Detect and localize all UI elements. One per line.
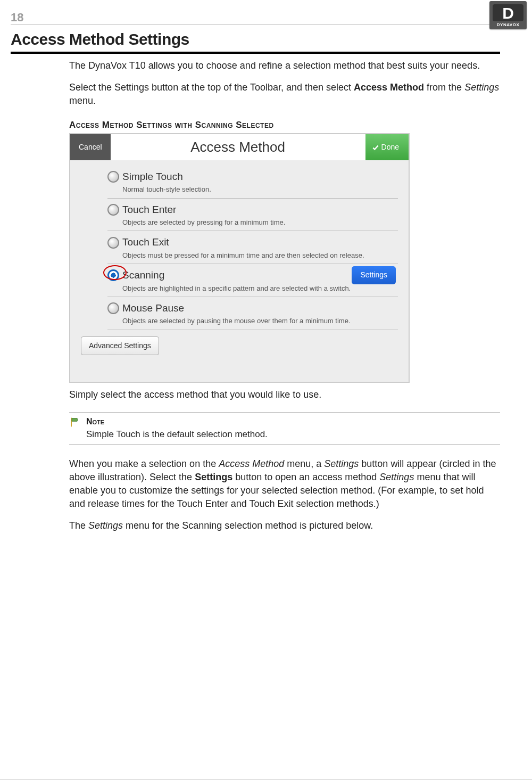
note-box: Note Simple Touch is the default selecti… bbox=[69, 412, 500, 444]
radio-icon bbox=[107, 204, 119, 216]
option-touch-exit[interactable]: Touch Exit Objects must be pressed for a… bbox=[107, 231, 398, 264]
option-desc: Normal touch-style selection. bbox=[122, 185, 398, 194]
check-icon bbox=[372, 144, 379, 151]
access-method-screenshot: Cancel Access Method Done Simple Touch N… bbox=[69, 133, 410, 383]
after-figure-p2: When you make a selection on the Access … bbox=[69, 457, 500, 511]
radio-icon bbox=[107, 171, 119, 183]
intro-paragraph-1: The DynaVox T10 allows you to choose and… bbox=[69, 59, 500, 72]
option-title: Mouse Pause bbox=[122, 301, 184, 316]
note-content: Note Simple Touch is the default selecti… bbox=[86, 416, 268, 440]
done-button[interactable]: Done bbox=[365, 134, 409, 160]
option-scanning[interactable]: Scanning Settings Objects are highlighte… bbox=[107, 264, 398, 297]
radio-icon bbox=[107, 237, 119, 249]
page: 18 D DYNAVOX Access Method Settings The … bbox=[0, 0, 532, 780]
settings-button[interactable]: Settings bbox=[352, 266, 396, 284]
intro-paragraph-2: Select the Settings button at the top of… bbox=[69, 81, 500, 108]
body: The DynaVox T10 allows you to choose and… bbox=[69, 59, 500, 533]
after-figure-p1: Simply select the access method that you… bbox=[69, 388, 500, 401]
option-desc: Objects are selected by pausing the mous… bbox=[122, 316, 398, 326]
cancel-button[interactable]: Cancel bbox=[70, 134, 111, 160]
section-title: Access Method Settings bbox=[11, 30, 500, 54]
note-title: Note bbox=[86, 416, 268, 428]
option-mouse-pause[interactable]: Mouse Pause Objects are selected by paus… bbox=[107, 297, 398, 330]
brand-name: DYNAVOX bbox=[493, 22, 523, 27]
note-text: Simple Touch is the default selection me… bbox=[86, 428, 268, 441]
option-title: Simple Touch bbox=[122, 170, 183, 184]
brand-logo: D DYNAVOX bbox=[489, 1, 527, 29]
flag-icon bbox=[69, 417, 80, 428]
screenshot-body: Simple Touch Normal touch-style selectio… bbox=[70, 160, 409, 382]
option-touch-enter[interactable]: Touch Enter Objects are selected by pres… bbox=[107, 199, 398, 232]
screenshot-header: Cancel Access Method Done bbox=[70, 134, 409, 160]
screenshot-title: Access Method bbox=[111, 134, 365, 160]
option-desc: Objects are selected by pressing for a m… bbox=[122, 218, 398, 227]
option-title: Touch Exit bbox=[122, 235, 169, 250]
option-title: Scanning bbox=[122, 268, 164, 283]
radio-selected-icon bbox=[107, 269, 119, 281]
option-desc: Objects are highlighted in a specific pa… bbox=[122, 284, 398, 293]
advanced-settings-button[interactable]: Advanced Settings bbox=[81, 336, 159, 356]
radio-icon bbox=[107, 302, 119, 314]
header-row: 18 D DYNAVOX bbox=[11, 11, 500, 25]
figure-caption: Access Method Settings with Scanning Sel… bbox=[69, 119, 500, 132]
option-simple-touch[interactable]: Simple Touch Normal touch-style selectio… bbox=[107, 166, 398, 199]
after-figure-p3: The Settings menu for the Scanning selec… bbox=[69, 519, 500, 532]
brand-letter: D bbox=[493, 4, 523, 21]
option-desc: Objects must be pressed for a minimum ti… bbox=[122, 251, 398, 260]
page-number: 18 bbox=[11, 11, 23, 24]
option-title: Touch Enter bbox=[122, 203, 176, 217]
